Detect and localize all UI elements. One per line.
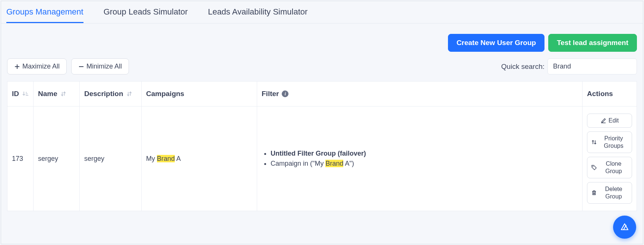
- priority-label: Priority Groups: [599, 135, 628, 150]
- col-header-description[interactable]: Description: [80, 82, 142, 106]
- toolbar: Maximize All Minimize All Quick search:: [1, 52, 643, 81]
- edit-label: Edit: [609, 117, 619, 124]
- cell-description: sergey: [80, 106, 142, 211]
- filter-group-title: Untitled Filter Group (failover): [271, 150, 578, 158]
- info-icon[interactable]: i: [282, 90, 288, 97]
- col-header-name-label: Name: [38, 90, 57, 98]
- trash-icon: [591, 190, 597, 196]
- quick-search-label: Quick search:: [501, 63, 544, 71]
- maximize-all-label: Maximize All: [22, 63, 60, 70]
- campaign-text-prefix: My: [146, 155, 157, 162]
- col-header-id[interactable]: ID: [7, 82, 34, 106]
- triangle-icon: [619, 222, 630, 233]
- edit-button[interactable]: Edit: [587, 114, 632, 128]
- col-header-name[interactable]: Name: [34, 82, 80, 106]
- minimize-all-label: Minimize All: [86, 63, 122, 70]
- filter-text-suffix: A"): [343, 160, 354, 167]
- filter-text-prefix: Campaign in ("My: [271, 160, 325, 167]
- cell-actions: Edit Priority Groups Clone Group: [583, 106, 637, 211]
- cell-filter: Untitled Filter Group (failover) Campaig…: [257, 106, 583, 211]
- minus-icon: [78, 64, 84, 70]
- delete-group-button[interactable]: Delete Group: [587, 182, 632, 204]
- swap-icon: [591, 139, 597, 145]
- cell-name: sergey: [34, 106, 80, 211]
- col-header-actions: Actions: [583, 82, 637, 106]
- tab-group-leads-simulator[interactable]: Group Leads Simulator: [104, 5, 188, 23]
- create-new-user-group-button[interactable]: Create New User Group: [448, 34, 544, 52]
- sort-arrows-icon: [126, 91, 132, 97]
- campaign-text-suffix: A: [175, 155, 181, 162]
- clone-label: Clone Group: [599, 160, 628, 175]
- col-header-filter-label: Filter: [262, 90, 279, 98]
- maximize-all-button[interactable]: Maximize All: [7, 58, 67, 74]
- groups-table: ID Name: [7, 81, 637, 211]
- sort-arrows-icon: [60, 91, 66, 97]
- top-action-bar: Create New User Group Test lead assignme…: [1, 23, 643, 52]
- floating-action-button[interactable]: [613, 216, 636, 239]
- col-header-description-label: Description: [84, 90, 123, 98]
- tag-icon: [591, 165, 597, 171]
- table-row: 173 sergey sergey My Brand A Untitled Fi…: [7, 106, 637, 211]
- filter-condition: Campaign in ("My Brand A"): [271, 160, 578, 168]
- col-header-campaigns: Campaigns: [142, 82, 257, 106]
- col-header-campaigns-label: Campaigns: [146, 90, 184, 98]
- tab-leads-availability-simulator[interactable]: Leads Availability Simulator: [208, 5, 307, 23]
- priority-groups-button[interactable]: Priority Groups: [587, 131, 632, 153]
- campaign-text-highlight: Brand: [157, 155, 175, 162]
- svg-point-6: [593, 166, 593, 167]
- plus-icon: [14, 64, 20, 70]
- cell-id: 173: [7, 106, 34, 211]
- col-header-filter: Filter i: [257, 82, 583, 106]
- sort-icon: [22, 90, 29, 97]
- edit-icon: [600, 118, 606, 124]
- test-lead-assignment-button[interactable]: Test lead assignment: [548, 34, 637, 52]
- filter-text-highlight: Brand: [325, 160, 343, 167]
- col-header-actions-label: Actions: [587, 90, 613, 98]
- minimize-all-button[interactable]: Minimize All: [71, 58, 129, 74]
- clone-group-button[interactable]: Clone Group: [587, 157, 632, 178]
- col-header-id-label: ID: [12, 90, 19, 98]
- tabs-bar: Groups Management Group Leads Simulator …: [1, 1, 643, 23]
- quick-search-input[interactable]: [547, 58, 637, 74]
- tab-groups-management[interactable]: Groups Management: [6, 5, 83, 23]
- delete-label: Delete Group: [599, 185, 628, 200]
- cell-campaigns: My Brand A: [142, 106, 257, 211]
